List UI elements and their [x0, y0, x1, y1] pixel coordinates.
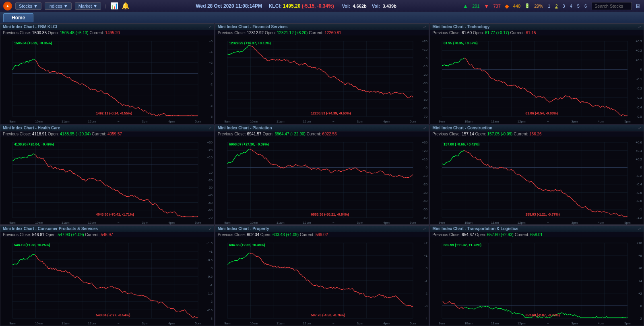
svg-text:5pm: 5pm — [410, 221, 416, 224]
chart-title-bar-financial: Mini Index Chart - Financial Services ⤢ — [215, 24, 429, 30]
svg-text:10am: 10am — [464, 221, 473, 224]
expand-icon-technology[interactable]: ⤢ — [638, 25, 641, 29]
svg-text:-2: -2 — [210, 300, 213, 304]
svg-text:10am: 10am — [250, 322, 258, 325]
expand-icon-healthcare[interactable]: ⤢ — [208, 126, 212, 130]
vol1-label: Vol: — [342, 4, 350, 8]
page-tab-6[interactable]: 6 — [583, 3, 588, 9]
svg-text:-40: -40 — [423, 199, 427, 203]
svg-text:-0.5: -0.5 — [637, 115, 642, 118]
expand-icon-consumer[interactable]: ⤢ — [208, 226, 212, 231]
svg-text:-2: -2 — [639, 317, 642, 320]
neutral-count: 440 — [513, 4, 520, 8]
svg-text:0: 0 — [425, 166, 427, 169]
chart-area-healthcare: +30+20+100-10-20-30-40-50-60-709am10am11… — [0, 137, 214, 225]
svg-text:+0.5: +0.5 — [206, 258, 213, 262]
datetime-label: Wed 28 Oct 2020 11:08:14PM — [196, 3, 262, 9]
page-tab-4[interactable]: 4 — [568, 3, 574, 9]
svg-text:-4: -4 — [210, 93, 213, 97]
svg-text:157.80 (+0.66, +0.42%): 157.80 (+0.66, +0.42%) — [444, 142, 479, 146]
chart-area-technology: +0.3+0.2+0.10-0.1-0.2-0.3-0.4-0.59am10am… — [430, 35, 644, 124]
indices-nav[interactable]: Indices ▼ — [45, 2, 72, 10]
svg-text:-40: -40 — [423, 90, 427, 93]
svg-text:597.76 (-4.58, -0.76%): 597.76 (-4.58, -0.76%) — [311, 313, 345, 317]
svg-text:0: 0 — [211, 72, 213, 75]
svg-text:12pm: 12pm — [303, 322, 311, 325]
expand-icon-property[interactable]: ⤢ — [423, 226, 426, 231]
svg-text:+20: +20 — [422, 149, 427, 152]
svg-text:543.84 (-2.97, -0.54%): 543.84 (-2.97, -0.54%) — [96, 313, 130, 317]
expand-icon-fbm-klci[interactable]: ⤢ — [208, 25, 212, 29]
svg-text:-2: -2 — [210, 83, 213, 86]
svg-text:11am: 11am — [62, 120, 70, 123]
expand-icon-construction[interactable]: ⤢ — [638, 126, 641, 130]
chart-title-bar-property: Mini Index Chart - Property ⤢ — [215, 226, 429, 232]
svg-text:0: 0 — [425, 267, 427, 270]
stocks-nav[interactable]: Stocks ▼ — [15, 2, 41, 10]
page-tab-1[interactable]: 1 — [546, 3, 552, 9]
chart-info-plantation: Previous Close: 6941.57 Open: 6964.47 (+… — [215, 131, 429, 137]
svg-text:-1: -1 — [425, 279, 428, 283]
svg-text:3pm: 3pm — [142, 322, 149, 325]
nav-bar: Home — [0, 12, 644, 23]
svg-text:1505.64 (+5.29, +0.35%): 1505.64 (+5.29, +0.35%) — [14, 41, 52, 45]
svg-rect-196 — [430, 137, 644, 225]
svg-text:5pm: 5pm — [195, 221, 201, 224]
svg-text:+2: +2 — [209, 61, 213, 64]
svg-text:-50: -50 — [423, 98, 427, 102]
home-button[interactable]: Home — [3, 13, 33, 22]
svg-text:+0.1: +0.1 — [636, 58, 642, 62]
svg-text:+2: +2 — [638, 292, 642, 295]
svg-text:10am: 10am — [35, 221, 43, 224]
chart-info-financial: Previous Close: 12312.92 Open: 12321.12 … — [215, 30, 429, 35]
chart-panel-healthcare: Mini Index Chart - Health Care ⤢ Previou… — [0, 125, 215, 225]
expand-icon-financial[interactable]: ⤢ — [423, 25, 426, 29]
svg-text:9am: 9am — [224, 221, 231, 224]
svg-text:-0.3: -0.3 — [637, 96, 642, 100]
svg-text:-30: -30 — [208, 186, 213, 189]
chart-title-bar-fbm-klci: Mini Index Chart - FBM KLCI ⤢ — [0, 24, 214, 30]
svg-text:~: ~ — [332, 322, 334, 325]
svg-text:-0.4: -0.4 — [637, 183, 642, 186]
page-tab-5[interactable]: 5 — [576, 3, 581, 9]
svg-text:-0.6: -0.6 — [637, 191, 642, 194]
search-input[interactable] — [592, 2, 632, 10]
svg-text:~: ~ — [118, 221, 120, 224]
svg-text:-20: -20 — [423, 73, 427, 77]
market-nav[interactable]: Market ▼ — [75, 2, 101, 10]
vol2-label: Vol: — [372, 4, 380, 8]
chart-panel-consumer: Mini Index Chart - Consumer Products & S… — [0, 225, 215, 326]
charts-grid: Mini Index Chart - FBM KLCI ⤢ Previous C… — [0, 23, 644, 326]
chart-area-plantation: +30+20+100-10-20-30-40-50-609am10am11am1… — [215, 137, 429, 225]
chart-title-property: Mini Index Chart - Property — [218, 226, 269, 231]
svg-rect-36 — [215, 35, 429, 124]
chart-area-property: +2+10-1-2-3-49am10am11am12pm~3pm4pm5pm60… — [215, 237, 429, 326]
svg-text:10am: 10am — [250, 120, 258, 123]
up-count: 291 — [472, 4, 479, 8]
expand-icon-transport[interactable]: ⤢ — [638, 226, 641, 231]
page-tab-2[interactable]: 2 — [553, 3, 559, 9]
chart-title-transport: Mini Index Chart - Transportation & Logi… — [432, 226, 518, 231]
chart-info-transport: Previous Close: 654.67 Open: 657.60 (+2.… — [430, 232, 644, 237]
svg-text:1492.11 (-8.24, -0.55%): 1492.11 (-8.24, -0.55%) — [96, 111, 132, 115]
chart-title-bar-plantation: Mini Index Chart - Plantation ⤢ — [215, 125, 429, 131]
svg-text:-60: -60 — [423, 106, 427, 110]
battery-icon: 🔋 — [524, 3, 530, 8]
expand-icon-plantation[interactable]: ⤢ — [423, 126, 426, 130]
svg-text:61.06 (-0.54, -0.88%): 61.06 (-0.54, -0.88%) — [526, 111, 558, 115]
chart-title-technology: Mini Index Chart - Technology — [432, 25, 489, 29]
svg-text:+8: +8 — [638, 254, 642, 258]
svg-text:~: ~ — [547, 120, 549, 123]
svg-text:3pm: 3pm — [142, 221, 149, 224]
page-tab-3[interactable]: 3 — [561, 3, 567, 9]
svg-text:~: ~ — [547, 221, 549, 224]
svg-text:-2.5: -2.5 — [207, 309, 213, 312]
monitor-icon[interactable]: 🖥 — [635, 3, 641, 9]
svg-text:5pm: 5pm — [195, 120, 201, 123]
chart-title-bar-technology: Mini Index Chart - Technology ⤢ — [430, 24, 644, 30]
svg-text:~: ~ — [332, 120, 334, 123]
svg-text:0: 0 — [425, 56, 427, 60]
chart-icon[interactable]: 📊 — [110, 2, 118, 10]
bell-icon[interactable]: 🔔 — [122, 2, 130, 10]
svg-text:-4: -4 — [425, 317, 428, 320]
